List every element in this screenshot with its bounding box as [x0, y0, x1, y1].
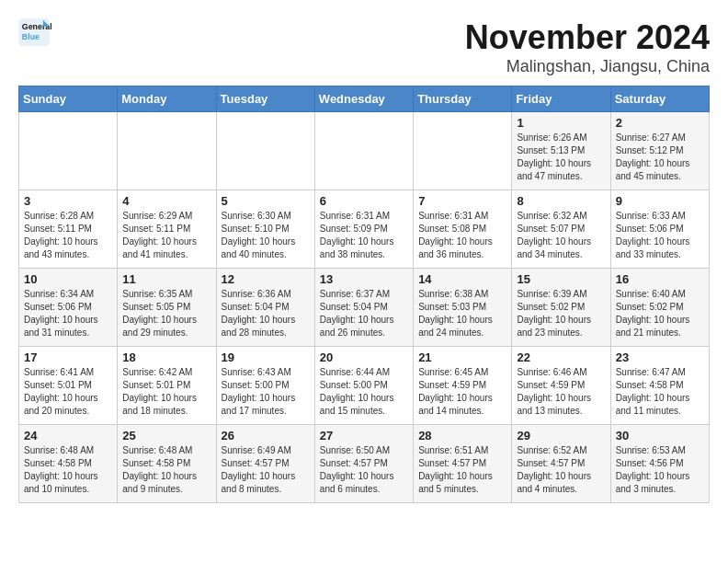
calendar-cell: 29Sunrise: 6:52 AM Sunset: 4:57 PM Dayli…: [512, 425, 610, 503]
day-info: Sunrise: 6:43 AM Sunset: 5:00 PM Dayligh…: [222, 366, 310, 418]
day-info: Sunrise: 6:31 AM Sunset: 5:09 PM Dayligh…: [320, 210, 408, 261]
calendar-week-1: 1Sunrise: 6:26 AM Sunset: 5:13 PM Daylig…: [19, 112, 710, 190]
logo: General Blue: [18, 18, 51, 46]
calendar-cell: [19, 112, 118, 190]
calendar-cell: 8Sunrise: 6:32 AM Sunset: 5:07 PM Daylig…: [512, 190, 610, 269]
calendar-cell: 9Sunrise: 6:33 AM Sunset: 5:06 PM Daylig…: [610, 190, 709, 269]
title-block: November 2024 Malingshan, Jiangsu, China: [465, 18, 710, 76]
calendar-week-2: 3Sunrise: 6:28 AM Sunset: 5:11 PM Daylig…: [19, 190, 710, 269]
header-wednesday: Wednesday: [314, 86, 413, 112]
calendar-cell: 13Sunrise: 6:37 AM Sunset: 5:04 PM Dayli…: [314, 269, 413, 347]
day-info: Sunrise: 6:48 AM Sunset: 4:58 PM Dayligh…: [122, 444, 210, 496]
calendar-week-3: 10Sunrise: 6:34 AM Sunset: 5:06 PM Dayli…: [19, 269, 710, 347]
logo-icon: General Blue: [18, 18, 51, 46]
day-number: 20: [320, 350, 408, 364]
day-number: 23: [616, 350, 704, 364]
calendar-cell: [414, 112, 512, 190]
calendar-cell: 14Sunrise: 6:38 AM Sunset: 5:03 PM Dayli…: [414, 269, 512, 347]
day-number: 6: [320, 194, 408, 208]
day-number: 1: [517, 116, 605, 130]
svg-text:General: General: [22, 22, 51, 31]
day-info: Sunrise: 6:32 AM Sunset: 5:07 PM Dayligh…: [517, 210, 605, 261]
calendar-cell: 30Sunrise: 6:53 AM Sunset: 4:56 PM Dayli…: [610, 425, 709, 503]
day-info: Sunrise: 6:53 AM Sunset: 4:56 PM Dayligh…: [616, 444, 704, 496]
calendar-cell: 27Sunrise: 6:50 AM Sunset: 4:57 PM Dayli…: [314, 425, 413, 503]
calendar-cell: 12Sunrise: 6:36 AM Sunset: 5:04 PM Dayli…: [216, 269, 314, 347]
day-info: Sunrise: 6:52 AM Sunset: 4:57 PM Dayligh…: [517, 444, 605, 496]
day-number: 30: [616, 429, 704, 442]
day-number: 5: [222, 194, 310, 208]
day-info: Sunrise: 6:49 AM Sunset: 4:57 PM Dayligh…: [222, 444, 310, 496]
day-info: Sunrise: 6:28 AM Sunset: 5:11 PM Dayligh…: [24, 210, 112, 261]
day-info: Sunrise: 6:40 AM Sunset: 5:02 PM Dayligh…: [616, 288, 704, 339]
calendar-cell: 23Sunrise: 6:47 AM Sunset: 4:58 PM Dayli…: [610, 347, 709, 425]
day-info: Sunrise: 6:51 AM Sunset: 4:57 PM Dayligh…: [418, 444, 506, 496]
day-number: 16: [616, 272, 704, 286]
day-number: 11: [122, 272, 210, 286]
day-info: Sunrise: 6:39 AM Sunset: 5:02 PM Dayligh…: [517, 288, 605, 339]
day-info: Sunrise: 6:27 AM Sunset: 5:12 PM Dayligh…: [616, 132, 704, 183]
day-number: 27: [320, 429, 408, 442]
day-number: 7: [418, 194, 506, 208]
day-info: Sunrise: 6:37 AM Sunset: 5:04 PM Dayligh…: [320, 288, 408, 339]
header-friday: Friday: [512, 86, 610, 112]
day-number: 10: [24, 272, 112, 286]
day-number: 21: [418, 350, 506, 364]
day-info: Sunrise: 6:30 AM Sunset: 5:10 PM Dayligh…: [222, 210, 310, 261]
calendar-cell: 2Sunrise: 6:27 AM Sunset: 5:12 PM Daylig…: [610, 112, 709, 190]
day-number: 28: [418, 429, 506, 442]
calendar-cell: 20Sunrise: 6:44 AM Sunset: 5:00 PM Dayli…: [314, 347, 413, 425]
day-number: 18: [122, 350, 210, 364]
page-header: General Blue November 2024 Malingshan, J…: [18, 18, 710, 76]
day-number: 19: [222, 350, 310, 364]
header-saturday: Saturday: [610, 86, 709, 112]
calendar-cell: [118, 112, 216, 190]
day-info: Sunrise: 6:47 AM Sunset: 4:58 PM Dayligh…: [616, 366, 704, 418]
header-monday: Monday: [118, 86, 216, 112]
calendar-cell: 15Sunrise: 6:39 AM Sunset: 5:02 PM Dayli…: [512, 269, 610, 347]
day-info: Sunrise: 6:42 AM Sunset: 5:01 PM Dayligh…: [122, 366, 210, 418]
day-info: Sunrise: 6:33 AM Sunset: 5:06 PM Dayligh…: [616, 210, 704, 261]
calendar-cell: 19Sunrise: 6:43 AM Sunset: 5:00 PM Dayli…: [216, 347, 314, 425]
day-number: 24: [24, 429, 112, 442]
calendar-table: Sunday Monday Tuesday Wednesday Thursday…: [18, 86, 710, 503]
calendar-cell: 10Sunrise: 6:34 AM Sunset: 5:06 PM Dayli…: [19, 269, 118, 347]
day-info: Sunrise: 6:29 AM Sunset: 5:11 PM Dayligh…: [122, 210, 210, 261]
calendar-cell: [314, 112, 413, 190]
day-info: Sunrise: 6:35 AM Sunset: 5:05 PM Dayligh…: [122, 288, 210, 339]
day-info: Sunrise: 6:50 AM Sunset: 4:57 PM Dayligh…: [320, 444, 408, 496]
calendar-cell: 25Sunrise: 6:48 AM Sunset: 4:58 PM Dayli…: [118, 425, 216, 503]
day-number: 2: [616, 116, 704, 130]
day-number: 25: [122, 429, 210, 442]
day-info: Sunrise: 6:48 AM Sunset: 4:58 PM Dayligh…: [24, 444, 112, 496]
day-info: Sunrise: 6:44 AM Sunset: 5:00 PM Dayligh…: [320, 366, 408, 418]
day-info: Sunrise: 6:38 AM Sunset: 5:03 PM Dayligh…: [418, 288, 506, 339]
calendar-cell: 18Sunrise: 6:42 AM Sunset: 5:01 PM Dayli…: [118, 347, 216, 425]
calendar-cell: 24Sunrise: 6:48 AM Sunset: 4:58 PM Dayli…: [19, 425, 118, 503]
day-number: 14: [418, 272, 506, 286]
day-number: 4: [122, 194, 210, 208]
calendar-cell: 6Sunrise: 6:31 AM Sunset: 5:09 PM Daylig…: [314, 190, 413, 269]
day-info: Sunrise: 6:34 AM Sunset: 5:06 PM Dayligh…: [24, 288, 112, 339]
day-info: Sunrise: 6:26 AM Sunset: 5:13 PM Dayligh…: [517, 132, 605, 183]
day-info: Sunrise: 6:46 AM Sunset: 4:59 PM Dayligh…: [517, 366, 605, 418]
calendar-cell: 5Sunrise: 6:30 AM Sunset: 5:10 PM Daylig…: [216, 190, 314, 269]
calendar-cell: 21Sunrise: 6:45 AM Sunset: 4:59 PM Dayli…: [414, 347, 512, 425]
day-number: 26: [222, 429, 310, 442]
calendar-week-4: 17Sunrise: 6:41 AM Sunset: 5:01 PM Dayli…: [19, 347, 710, 425]
day-info: Sunrise: 6:36 AM Sunset: 5:04 PM Dayligh…: [222, 288, 310, 339]
day-number: 9: [616, 194, 704, 208]
calendar-cell: [216, 112, 314, 190]
day-number: 29: [517, 429, 605, 442]
calendar-cell: 4Sunrise: 6:29 AM Sunset: 5:11 PM Daylig…: [118, 190, 216, 269]
calendar-title: November 2024: [465, 18, 710, 57]
calendar-cell: 3Sunrise: 6:28 AM Sunset: 5:11 PM Daylig…: [19, 190, 118, 269]
day-number: 3: [24, 194, 112, 208]
calendar-cell: 26Sunrise: 6:49 AM Sunset: 4:57 PM Dayli…: [216, 425, 314, 503]
svg-text:Blue: Blue: [22, 32, 40, 41]
calendar-cell: 16Sunrise: 6:40 AM Sunset: 5:02 PM Dayli…: [610, 269, 709, 347]
header-tuesday: Tuesday: [216, 86, 314, 112]
day-number: 12: [222, 272, 310, 286]
calendar-cell: 22Sunrise: 6:46 AM Sunset: 4:59 PM Dayli…: [512, 347, 610, 425]
header-thursday: Thursday: [414, 86, 512, 112]
